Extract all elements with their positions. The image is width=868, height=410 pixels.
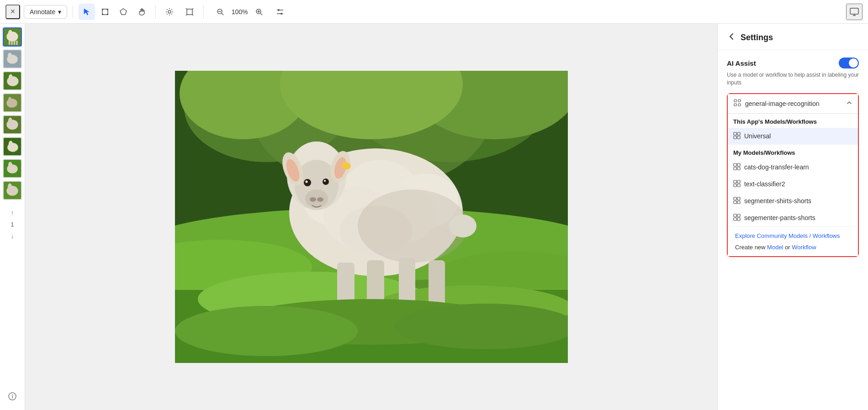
nav-up-button[interactable]: ↑ bbox=[6, 206, 19, 219]
ai-assist-label: AI Assist bbox=[727, 59, 756, 67]
svg-rect-38 bbox=[9, 41, 11, 45]
svg-rect-131 bbox=[734, 180, 736, 183]
svg-point-49 bbox=[6, 99, 17, 108]
toolbar-separator-2 bbox=[155, 5, 156, 18]
toolbar-right bbox=[846, 4, 863, 20]
bbox-tool-button[interactable] bbox=[97, 4, 113, 20]
svg-point-7 bbox=[168, 11, 171, 13]
thumbnail-strip: ↑ 1 ↓ bbox=[0, 24, 25, 410]
thumbnail-5[interactable] bbox=[3, 115, 22, 134]
svg-rect-32 bbox=[850, 8, 858, 14]
svg-line-19 bbox=[186, 15, 187, 16]
svg-rect-128 bbox=[737, 163, 740, 166]
explore-community-link[interactable]: Explore Community Models / Workflows bbox=[735, 232, 851, 239]
create-new-prefix: Create new bbox=[735, 244, 767, 251]
svg-line-18 bbox=[192, 8, 193, 9]
svg-point-94 bbox=[304, 179, 311, 186]
sliders-tool-button[interactable] bbox=[272, 4, 288, 20]
thumbnail-1[interactable] bbox=[3, 27, 22, 47]
dropdown-item-cats-dog[interactable]: cats-dog-transfer-learn bbox=[728, 159, 858, 176]
svg-point-115 bbox=[449, 215, 476, 237]
model-dropdown: This App's Models/Workflows Unive bbox=[728, 113, 858, 256]
main-area: ↑ 1 ↓ bbox=[0, 24, 868, 410]
svg-rect-129 bbox=[734, 167, 736, 170]
dropdown-item-universal[interactable]: Universal bbox=[728, 128, 858, 145]
svg-point-65 bbox=[12, 394, 13, 395]
nav-controls: ↑ 1 ↓ bbox=[6, 206, 19, 242]
thumbnail-8[interactable] bbox=[3, 181, 22, 200]
create-separator: or bbox=[783, 244, 792, 251]
settings-content: AI Assist Use a model or workflow to hel… bbox=[718, 50, 868, 410]
svg-rect-127 bbox=[734, 163, 736, 166]
close-button[interactable]: × bbox=[5, 5, 20, 19]
svg-point-50 bbox=[8, 97, 11, 103]
toolbar-separator-3 bbox=[203, 5, 204, 18]
dropdown-item-segmenter-shirts[interactable]: segmenter-shirts-shorts bbox=[728, 193, 858, 210]
ai-assist-toggle[interactable] bbox=[839, 58, 859, 68]
nav-down-button[interactable]: ↓ bbox=[6, 230, 19, 242]
crop-tool-button[interactable] bbox=[181, 4, 198, 20]
dropdown-item-label-segmenter-shirts: segmenter-shirts-shorts bbox=[744, 197, 811, 205]
text-classifier-icon bbox=[733, 180, 741, 189]
svg-rect-140 bbox=[737, 214, 740, 217]
nav-count: 1 bbox=[11, 221, 14, 228]
svg-rect-4 bbox=[102, 14, 103, 15]
svg-point-31 bbox=[281, 13, 282, 15]
brightness-tool-button[interactable] bbox=[161, 4, 178, 20]
svg-rect-41 bbox=[16, 41, 18, 45]
annotate-chevron-icon: ▾ bbox=[58, 8, 61, 16]
main-image bbox=[175, 71, 568, 363]
model-selector-header[interactable]: general-image-recognition bbox=[728, 94, 858, 113]
svg-rect-124 bbox=[737, 132, 740, 135]
toolbar-tools bbox=[79, 4, 150, 20]
zoom-level-display: 100% bbox=[229, 8, 250, 16]
app-models-header: This App's Models/Workflows bbox=[728, 114, 858, 128]
svg-rect-123 bbox=[734, 132, 736, 135]
info-button[interactable] bbox=[6, 390, 19, 403]
thumbnail-6[interactable] bbox=[3, 137, 22, 156]
segmenter-pants-icon bbox=[733, 214, 741, 222]
svg-rect-125 bbox=[734, 136, 736, 139]
settings-back-button[interactable] bbox=[727, 32, 736, 43]
thumbnail-2[interactable] bbox=[3, 49, 22, 68]
svg-rect-134 bbox=[737, 184, 740, 187]
dropdown-item-text-classifier[interactable]: text-classifier2 bbox=[728, 176, 858, 193]
svg-rect-133 bbox=[734, 184, 736, 187]
monitor-button[interactable] bbox=[846, 4, 863, 20]
create-model-link[interactable]: Model bbox=[767, 244, 783, 251]
dropdown-item-label-cats-dog: cats-dog-transfer-learn bbox=[744, 163, 809, 171]
dropdown-item-label-text-classifier: text-classifier2 bbox=[744, 180, 785, 188]
svg-line-15 bbox=[167, 14, 167, 14]
svg-point-29 bbox=[278, 9, 280, 11]
svg-point-47 bbox=[9, 74, 13, 81]
annotate-dropdown-button[interactable]: Annotate ▾ bbox=[24, 5, 67, 19]
ai-assist-description: Use a model or workflow to help assist i… bbox=[727, 71, 859, 87]
svg-rect-120 bbox=[738, 100, 741, 102]
zoom-in-button[interactable] bbox=[252, 5, 266, 19]
thumbnail-7[interactable] bbox=[3, 159, 22, 178]
canvas-area bbox=[25, 24, 717, 410]
thumbnail-3[interactable] bbox=[3, 71, 22, 90]
svg-line-20 bbox=[192, 15, 193, 16]
settings-header: Settings bbox=[718, 24, 868, 50]
create-workflow-link[interactable]: Workflow bbox=[792, 244, 816, 251]
hand-tool-button[interactable] bbox=[133, 4, 150, 20]
model-selector-icon bbox=[733, 99, 741, 109]
svg-marker-6 bbox=[120, 9, 127, 15]
dropdown-item-segmenter-pants[interactable]: segementer-pants-shorts bbox=[728, 210, 858, 226]
svg-line-23 bbox=[222, 13, 223, 15]
svg-rect-142 bbox=[737, 218, 740, 221]
select-tool-button[interactable] bbox=[79, 4, 95, 20]
selected-model-name: general-image-recognition bbox=[745, 100, 846, 107]
svg-rect-5 bbox=[107, 14, 108, 15]
svg-point-62 bbox=[8, 184, 12, 190]
svg-line-17 bbox=[186, 8, 187, 9]
polygon-tool-button[interactable] bbox=[115, 4, 132, 20]
thumbnail-4[interactable] bbox=[3, 93, 22, 112]
image-container bbox=[175, 71, 568, 363]
svg-rect-130 bbox=[737, 167, 740, 170]
svg-point-92 bbox=[310, 197, 316, 202]
zoom-out-button[interactable] bbox=[213, 5, 228, 19]
svg-rect-136 bbox=[737, 197, 740, 200]
svg-marker-0 bbox=[84, 9, 89, 15]
